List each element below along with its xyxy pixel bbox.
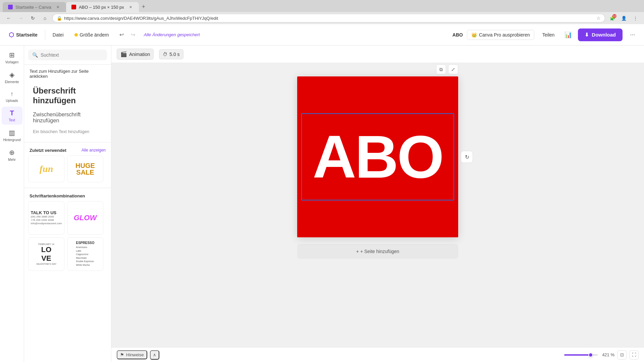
header-history-controls: ↩ ↪ [116, 29, 139, 40]
new-tab-button[interactable]: + [139, 2, 148, 11]
time-value: 5.0 s [169, 52, 179, 57]
chart-button[interactable]: 📊 [562, 29, 574, 41]
browser-tab-1[interactable]: Startseite – Canva ✕ [3, 2, 66, 12]
forward-button[interactable]: → [16, 13, 25, 23]
combo-love[interactable]: FEBRUARY 14 LOVE VALENTINE'S DAY [28, 237, 64, 271]
extensions-icon[interactable]: 🧩 10 [608, 13, 617, 23]
combo-talk-to-us[interactable]: TALK TO US (04) 256 3985 2092+76 209 109… [28, 201, 64, 235]
font-preview-fun[interactable]: fun [28, 156, 64, 182]
tab1-favicon [8, 5, 13, 9]
fit-button[interactable]: ⊡ [617, 350, 627, 360]
search-icon: 🔍 [32, 52, 38, 58]
add-page-button[interactable]: + + Seite hinzufügen [297, 244, 458, 259]
bottom-bar: ⚑ Hinweise ∧ 421 % ⊡ ⛶ [111, 347, 644, 362]
download-button[interactable]: ⬇ Download [578, 28, 623, 41]
chevron-up-button[interactable]: ∧ [150, 350, 159, 360]
add-heading-button[interactable]: Überschrifthinzufügen [30, 83, 106, 109]
canvas-area: 🎬 Animation ⏱ 5.0 s ⧉ ⤢ ABO [111, 46, 644, 362]
browser-tab-2[interactable]: ABO – 150 px × 150 px ✕ [66, 2, 139, 12]
extensions-badge: 10 [612, 14, 616, 18]
upload-icon: ↑ [10, 90, 13, 98]
canvas-abo-text[interactable]: ABO [313, 127, 443, 187]
redo-button[interactable]: ↪ [128, 29, 139, 40]
canva-body: ⊞ Vorlagen ◈ Elemente ↑ Uploads T Text ▥… [0, 46, 644, 362]
resize-button[interactable]: Größe ändern [71, 30, 112, 40]
sidebar-item-vorlagen[interactable]: ⊞ Vorlagen [2, 48, 22, 67]
hints-button[interactable]: ⚑ Hinweise [117, 350, 147, 359]
home-button[interactable]: ⌂ [40, 13, 50, 23]
sidebar-item-text[interactable]: T Text [2, 107, 22, 125]
star-icon[interactable]: ☆ [596, 15, 601, 21]
grid-icon: ⊞ [9, 51, 15, 59]
sidebar-item-elemente[interactable]: ◈ Elemente [2, 68, 22, 86]
zoom-slider[interactable] [564, 354, 598, 356]
expand-element-button[interactable]: ⤢ [448, 64, 458, 74]
font-preview-grid: fun HUGE SALE [24, 156, 111, 186]
tab1-label: Startseite – Canva [15, 5, 51, 10]
sidebar-item-hintergrund[interactable]: ▥ Hintergrund [2, 126, 22, 144]
left-sidebar-icons: ⊞ Vorlagen ◈ Elemente ↑ Uploads T Text ▥… [0, 46, 24, 362]
combo-glow[interactable]: GLOW [67, 201, 103, 235]
animation-icon: 🎬 [120, 51, 127, 57]
browser-tabs-bar: Startseite – Canva ✕ ABO – 150 px × 150 … [0, 0, 644, 12]
resize-label: Größe ändern [80, 32, 109, 38]
font-combos-title-row: Schriftartenkombinationen [24, 189, 111, 201]
canvas-toolbar: 🎬 Animation ⏱ 5.0 s [111, 46, 644, 63]
browser-toolbar-icons: 🧩 10 👤 ⋮ [608, 13, 640, 23]
hintergrund-icon: ▥ [9, 129, 15, 137]
undo-button[interactable]: ↩ [116, 29, 127, 40]
try-pro-button[interactable]: 👑 Canva Pro ausprobieren [467, 30, 534, 40]
add-subheading-button[interactable]: Zwischenüberschrift hinzufügen [30, 109, 106, 126]
combo-talk-main: TALK TO US [31, 210, 62, 215]
canvas-page-wrapper: ⧉ ⤢ ABO ↻ [297, 76, 458, 237]
add-body-button[interactable]: Ein bisschen Text hinzufügen [30, 126, 106, 137]
fullscreen-button[interactable]: ⛶ [629, 350, 639, 360]
tab1-close[interactable]: ✕ [55, 4, 61, 10]
file-label: Datei [53, 32, 64, 38]
browser-chrome: Startseite – Canva ✕ ABO – 150 px × 150 … [0, 0, 644, 24]
home-button[interactable]: ⬡ Startseite [5, 29, 41, 41]
combo-espresso-name: ESPRESSO [76, 241, 94, 245]
font-combo-grid: TALK TO US (04) 256 3985 2092+76 209 109… [24, 201, 111, 275]
browser-toolbar: ← → ↻ ⌂ 🔒 https://www.canva.com/design/D… [0, 12, 644, 24]
refresh-button[interactable]: ↻ [28, 13, 38, 23]
canvas-page[interactable]: ABO [297, 76, 458, 237]
canvas-controls-top: ⧉ ⤢ [436, 64, 458, 74]
animation-button[interactable]: 🎬 Animation [117, 49, 154, 60]
address-bar[interactable]: 🔒 https://www.canva.com/design/DAE4WOR3l… [52, 14, 605, 22]
tab2-close[interactable]: ✕ [128, 4, 133, 10]
hintergrund-label: Hintergrund [3, 138, 20, 142]
sidebar-item-uploads[interactable]: ↑ Uploads [2, 88, 22, 105]
home-label: Startseite [16, 32, 38, 38]
font-preview-huge-sale[interactable]: HUGE SALE [67, 156, 103, 182]
time-button[interactable]: ⏱ 5.0 s [159, 49, 183, 59]
back-button[interactable]: ← [4, 13, 13, 23]
combo-glow-text: GLOW [74, 214, 97, 222]
menu-icon[interactable]: ⋮ [631, 13, 640, 23]
see-all-link[interactable]: Alle anzeigen [82, 148, 106, 153]
search-input[interactable] [41, 52, 103, 58]
try-pro-label: Canva Pro ausprobieren [479, 32, 530, 38]
header-separator-1 [45, 30, 45, 40]
zoom-percent: 421 % [600, 352, 614, 357]
combo-espresso[interactable]: ESPRESSO AmericanoLatteCappuccinoMacchia… [67, 237, 103, 271]
mehr-label: Mehr [8, 158, 16, 162]
resize-dot-icon [74, 33, 78, 37]
recently-used-title: Zuletzt verwendet [30, 148, 66, 153]
copy-element-button[interactable]: ⧉ [436, 64, 446, 74]
animation-label: Animation [129, 52, 150, 57]
search-input-wrapper[interactable]: 🔍 [28, 50, 107, 60]
crown-icon: 👑 [471, 32, 477, 38]
text-panel: 🔍 Text zum Hinzufügen zur Seite anklicke… [24, 46, 111, 362]
more-options-button[interactable]: ··· [627, 29, 639, 41]
profile-icon[interactable]: 👤 [619, 13, 629, 23]
font-combos-section: Schriftartenkombinationen TALK TO US (04… [24, 189, 111, 275]
file-button[interactable]: Datei [49, 30, 67, 40]
sidebar-item-mehr[interactable]: ⊕ Mehr [2, 146, 22, 164]
zoom-slider-wrap [564, 354, 598, 356]
sale-text: SALE [75, 169, 95, 176]
combo-love-content: FEBRUARY 14 LOVE VALENTINE'S DAY [36, 243, 56, 265]
share-button[interactable]: Teilen [538, 30, 559, 40]
refresh-canvas-button[interactable]: ↻ [461, 151, 473, 163]
uploads-label: Uploads [6, 99, 18, 103]
